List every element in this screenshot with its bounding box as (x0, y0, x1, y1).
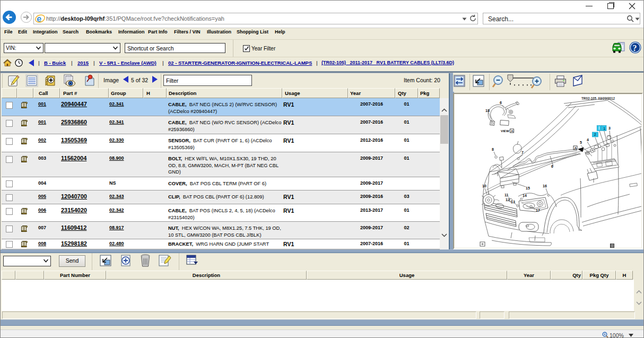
svg-text:11: 11 (504, 193, 509, 197)
svg-text:A: A (511, 129, 514, 133)
svg-text:2: 2 (594, 133, 596, 136)
svg-text:1: 1 (603, 127, 605, 131)
svg-text:3: 3 (608, 126, 611, 130)
svg-text:15: 15 (526, 186, 530, 190)
svg-text:10: 10 (482, 184, 486, 188)
svg-text:VIEW: VIEW (501, 129, 509, 133)
svg-text:13: 13 (511, 200, 515, 204)
svg-text:6: 6 (500, 101, 502, 105)
svg-text:4: 4 (587, 138, 589, 142)
svg-text:8: 8 (492, 148, 494, 151)
svg-text:?: ? (633, 44, 637, 53)
svg-text:17: 17 (536, 209, 540, 212)
svg-text:16: 16 (543, 184, 547, 188)
svg-text:18: 18 (485, 109, 490, 112)
svg-text:12: 12 (506, 198, 510, 202)
svg-text:7: 7 (521, 151, 524, 154)
svg-text:5: 5 (580, 141, 582, 144)
